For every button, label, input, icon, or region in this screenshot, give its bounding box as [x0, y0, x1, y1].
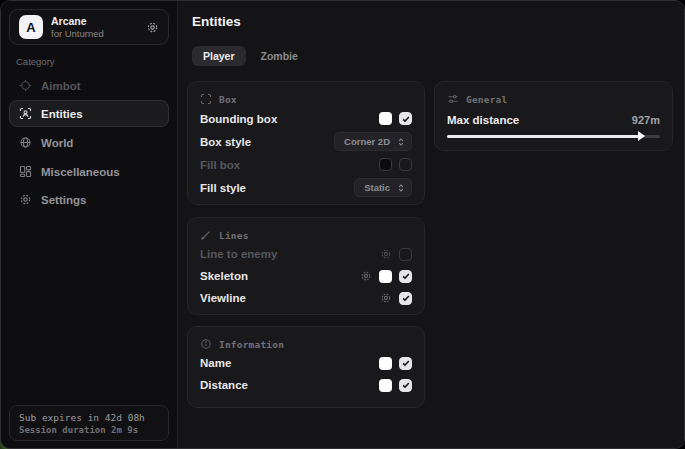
- sidebar-item-aimbot[interactable]: Aimbot: [9, 72, 169, 99]
- check-icon: [401, 114, 411, 124]
- fill-style-label: Fill style: [200, 182, 246, 194]
- sidebar-item-label: Aimbot: [41, 80, 81, 92]
- fill-style-value: Static: [364, 182, 390, 193]
- information-card-title: Information: [219, 339, 284, 350]
- sidebar-item-settings[interactable]: Settings: [9, 186, 169, 213]
- box-style-label: Box style: [200, 136, 251, 148]
- max-distance-value: 927m: [632, 114, 660, 126]
- sidebar-item-label: World: [41, 137, 73, 149]
- box-style-value: Corner 2D: [344, 136, 390, 147]
- fill-box-color-swatch[interactable]: [379, 158, 392, 171]
- line-to-enemy-settings-icon[interactable]: [380, 248, 392, 260]
- fill-style-row: Fill style Static: [200, 176, 412, 199]
- skeleton-settings-icon[interactable]: [360, 270, 372, 282]
- scan-person-icon: [19, 107, 32, 120]
- sidebar-item-label: Entities: [41, 108, 83, 120]
- subscription-status-card: Sub expires in 42d 08h Session duration …: [9, 405, 169, 441]
- box-card: Box Bounding box Box style Cor: [187, 81, 425, 205]
- brand-card: A Arcane for Unturned: [9, 9, 169, 45]
- box-style-dropdown[interactable]: Corner 2D: [334, 132, 412, 151]
- skeleton-label: Skeleton: [200, 270, 248, 282]
- line-to-enemy-label: Line to enemy: [200, 248, 277, 260]
- name-color-swatch[interactable]: [379, 357, 392, 370]
- slider-thumb[interactable]: [638, 131, 645, 141]
- gear-icon: [19, 193, 32, 206]
- distance-row: Distance: [200, 374, 412, 396]
- lines-card-title: Lines: [219, 230, 249, 241]
- information-card-header: Information: [200, 336, 412, 352]
- gear-icon[interactable]: [146, 21, 159, 34]
- fill-box-checkbox[interactable]: [399, 158, 412, 171]
- line-to-enemy-row: Line to enemy: [200, 243, 412, 265]
- tab-zombie[interactable]: Zombie: [250, 46, 309, 66]
- box-card-title: Box: [219, 94, 237, 105]
- layout-grid-icon: [19, 165, 32, 178]
- name-row: Name: [200, 352, 412, 374]
- viewline-label: Viewline: [200, 292, 246, 304]
- viewline-checkbox[interactable]: [399, 292, 412, 305]
- sidebar-item-world[interactable]: World: [9, 129, 169, 156]
- app-window: A Arcane for Unturned Category Aimbot En…: [0, 0, 685, 449]
- max-distance-row: Max distance 927m: [447, 109, 660, 131]
- main-panel: Entities Player Zombie Box Bounding box: [178, 1, 684, 448]
- line-to-enemy-checkbox[interactable]: [399, 248, 412, 261]
- sidebar-item-label: Miscellaneous: [41, 166, 120, 178]
- unfold-icon: [396, 137, 406, 147]
- box-corners-icon: [200, 93, 212, 105]
- viewline-settings-icon[interactable]: [380, 292, 392, 304]
- general-card: General Max distance 927m: [434, 81, 673, 151]
- distance-label: Distance: [200, 379, 248, 391]
- name-label: Name: [200, 357, 231, 369]
- name-checkbox[interactable]: [399, 357, 412, 370]
- lines-card-header: Lines: [200, 227, 412, 243]
- general-card-header: General: [447, 91, 660, 107]
- unfold-icon: [396, 183, 406, 193]
- bounding-box-row: Bounding box: [200, 107, 412, 130]
- bounding-box-color-swatch[interactable]: [379, 112, 392, 125]
- check-icon: [401, 358, 411, 368]
- distance-color-swatch[interactable]: [379, 379, 392, 392]
- app-logo: A: [19, 15, 43, 39]
- session-duration-text: Session duration 2m 9s: [19, 425, 159, 435]
- lines-card: Lines Line to enemy Skeleton: [187, 217, 425, 315]
- sliders-icon: [447, 93, 459, 105]
- cheat-menu-window: A Arcane for Unturned Category Aimbot En…: [0, 0, 685, 449]
- general-card-title: General: [466, 94, 507, 105]
- brand-text: Arcane for Unturned: [51, 15, 104, 40]
- sidebar-item-entities[interactable]: Entities: [9, 100, 169, 127]
- app-title: Arcane: [51, 15, 104, 28]
- box-card-header: Box: [200, 91, 412, 107]
- skeleton-row: Skeleton: [200, 265, 412, 287]
- max-distance-label: Max distance: [447, 114, 519, 126]
- info-icon: [200, 338, 212, 350]
- viewline-row: Viewline: [200, 287, 412, 309]
- fill-box-label: Fill box: [200, 159, 240, 171]
- app-subtitle: for Unturned: [51, 28, 104, 40]
- skeleton-checkbox[interactable]: [399, 270, 412, 283]
- check-icon: [401, 271, 411, 281]
- max-distance-slider[interactable]: [447, 135, 660, 138]
- pencil-line-icon: [200, 229, 212, 241]
- bounding-box-checkbox[interactable]: [399, 112, 412, 125]
- crosshair-icon: [19, 79, 32, 92]
- box-style-row: Box style Corner 2D: [200, 130, 412, 153]
- sidebar-item-label: Settings: [41, 194, 86, 206]
- skeleton-color-swatch[interactable]: [379, 270, 392, 283]
- fill-style-dropdown[interactable]: Static: [354, 178, 412, 197]
- sidebar: A Arcane for Unturned Category Aimbot En…: [1, 1, 178, 448]
- sidebar-item-miscellaneous[interactable]: Miscellaneous: [9, 158, 169, 185]
- tab-player[interactable]: Player: [192, 46, 246, 66]
- check-icon: [401, 380, 411, 390]
- check-icon: [401, 293, 411, 303]
- slider-fill: [447, 135, 641, 138]
- globe-icon: [19, 136, 32, 149]
- entity-tabs: Player Zombie: [192, 46, 309, 66]
- fill-box-row: Fill box: [200, 153, 412, 176]
- page-title: Entities: [192, 14, 241, 29]
- bounding-box-label: Bounding box: [200, 113, 277, 125]
- information-card: Information Name Distance: [187, 326, 425, 408]
- category-label: Category: [16, 56, 55, 67]
- distance-checkbox[interactable]: [399, 379, 412, 392]
- sub-expires-text: Sub expires in 42d 08h: [19, 412, 159, 423]
